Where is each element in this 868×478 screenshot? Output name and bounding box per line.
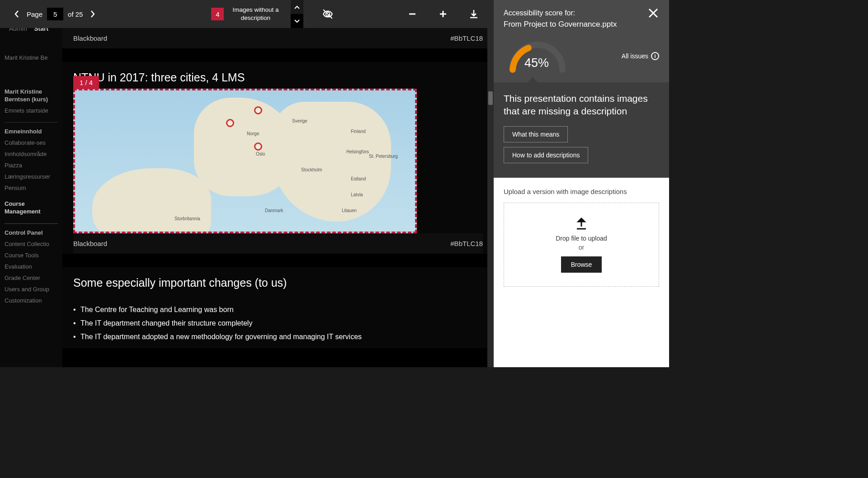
slide-title: Some especially important changes (to us… <box>73 276 483 289</box>
bg-nav-item: Customization <box>5 297 58 304</box>
bg-nav-item: Emnets startside <box>5 107 58 114</box>
bg-nav-title-cp: Control Panel <box>5 229 58 237</box>
issue-headline: This presentation contains images that a… <box>504 92 659 118</box>
map-label: Litauen <box>342 208 357 213</box>
what-this-means-button[interactable]: What this means <box>504 126 568 142</box>
score-gauge: 45% <box>504 38 571 74</box>
map-label: Stockholm <box>301 167 322 172</box>
bg-nav-item: Innholdsområde <box>5 151 58 157</box>
footer-brand: Blackboard <box>73 34 107 42</box>
viewer-toolbar: Page of 25 4 Images without a descriptio… <box>0 0 494 28</box>
bg-nav-user-title: Marit Kristine Berntsen (kurs) <box>5 88 58 104</box>
preview-scrollbar[interactable] <box>487 28 494 367</box>
all-issues-link[interactable]: All issues i <box>622 52 659 60</box>
map-label: Latvia <box>351 192 363 197</box>
page-navigator: Page of 25 <box>11 8 98 20</box>
next-page-button[interactable] <box>87 9 98 19</box>
map-label: Sverige <box>292 118 307 123</box>
info-icon: i <box>651 52 659 60</box>
map-marker-icon <box>226 119 234 127</box>
how-to-add-descriptions-button[interactable]: How to add descriptions <box>504 147 588 163</box>
bg-nav-item: Grade Center <box>5 274 58 281</box>
map-label: Storbritannia <box>175 216 200 221</box>
download-button[interactable] <box>467 8 480 20</box>
footer-brand: Blackboard <box>73 240 107 247</box>
map-marker-icon <box>254 106 262 114</box>
close-panel-button[interactable] <box>647 7 661 21</box>
bg-nav-item: Collaborate-ses <box>5 139 58 146</box>
prev-slide-footer: Blackboard #BbTLC18 <box>62 28 494 48</box>
slide-footer: Blackboard #BbTLC18 <box>73 233 483 254</box>
slide-6: Some especially important changes (to us… <box>62 267 494 348</box>
upload-section: Upload a version with image descriptions… <box>494 178 669 367</box>
map-label: Danmark <box>265 208 283 213</box>
flagged-image-map[interactable]: Norge Sverige Finland Oslo Stockholm Hel… <box>73 89 417 233</box>
page-total: of 25 <box>68 10 83 18</box>
next-issue-button[interactable] <box>291 14 303 28</box>
zoom-out-button[interactable] <box>406 8 419 20</box>
prev-issue-button[interactable] <box>291 0 303 14</box>
map-label: Estland <box>351 176 366 181</box>
prev-page-button[interactable] <box>11 9 22 19</box>
issue-count-badge: 4 <box>211 8 224 20</box>
zoom-in-button[interactable] <box>437 8 449 20</box>
footer-hashtag: #BbTLC18 <box>450 240 483 247</box>
browse-button[interactable]: Browse <box>561 256 602 273</box>
bg-nav-item: Users and Group <box>5 286 58 293</box>
accessibility-panel: Accessibility score for: From Project to… <box>494 0 669 367</box>
bg-nav-item: Pensum <box>5 185 58 191</box>
slide-title: NTNU in 2017: three cities, 4 LMS <box>73 71 483 84</box>
bg-nav-item: Course Tools <box>5 252 58 259</box>
document-filename: From Project to Governance.pptx <box>504 20 659 29</box>
bullet-item: The IT department adopted a new methodol… <box>73 330 483 344</box>
document-preview[interactable]: Blackboard #BbTLC18 NTNU in 2017: three … <box>62 28 494 367</box>
map-label: Finland <box>351 129 366 134</box>
upload-icon <box>575 217 588 230</box>
drop-or: or <box>513 244 650 251</box>
upload-section-label: Upload a version with image descriptions <box>504 188 659 195</box>
map-label: Norge <box>247 131 259 136</box>
map-label: Helsingfors <box>346 149 369 154</box>
flagged-image-counter: 1 / 4 <box>73 76 99 89</box>
map-label: St. Petersburg <box>369 154 398 159</box>
issue-type-label: Images without a description <box>228 6 283 22</box>
bullet-item: The IT department changed their structur… <box>73 317 483 330</box>
page-label: Page <box>27 10 42 18</box>
bullet-item: The Centre for Teaching and Learning was… <box>73 303 483 317</box>
drop-text: Drop file to upload <box>513 235 650 242</box>
file-dropzone[interactable]: Drop file to upload or Browse <box>504 203 659 287</box>
background-sidebar: Admin Start Marit Kristine Be Marit Kris… <box>0 0 62 367</box>
issue-indicator: 4 Images without a description <box>211 0 303 28</box>
bg-nav-item: Content Collectio <box>5 241 58 247</box>
slide-bullet-list: The Centre for Teaching and Learning was… <box>73 298 483 348</box>
visibility-off-icon[interactable] <box>321 8 334 20</box>
page-number-input[interactable] <box>47 8 63 20</box>
bg-nav-item: Evaluation <box>5 263 58 270</box>
bg-nav-item: Piazza <box>5 162 58 169</box>
bg-nav-title-course-mgmt: Course Management <box>5 200 58 216</box>
issue-detail-section: This presentation contains images that a… <box>494 82 669 178</box>
slide-5: NTNU in 2017: three cities, 4 LMS 1 / 4 … <box>62 62 494 254</box>
bg-user-name: Marit Kristine Be <box>5 54 58 61</box>
scrollbar-thumb[interactable] <box>488 91 493 105</box>
footer-hashtag: #BbTLC18 <box>450 34 483 42</box>
score-for-label: Accessibility score for: <box>504 9 659 17</box>
map-marker-icon <box>254 142 262 151</box>
map-label: Oslo <box>256 151 265 156</box>
bg-nav-title-emne: Emneinnhold <box>5 128 58 136</box>
bg-nav-item: Læringsressurser <box>5 173 58 180</box>
score-percent: 45% <box>524 56 549 70</box>
